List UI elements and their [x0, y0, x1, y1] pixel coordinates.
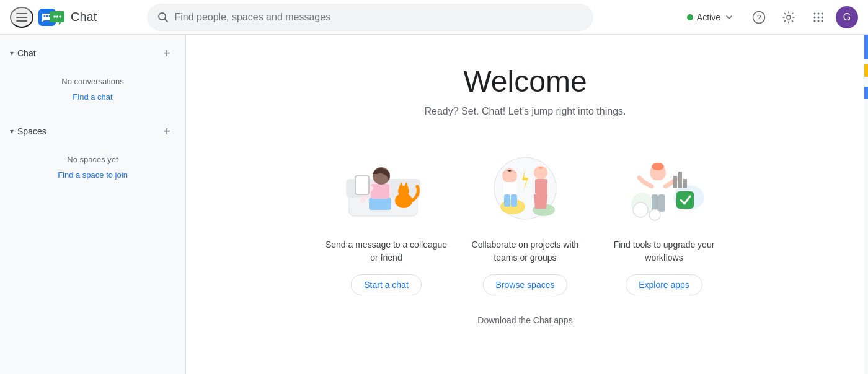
svg-rect-40	[504, 194, 510, 207]
search-bar[interactable]	[147, 4, 593, 31]
sidebar: ▾ Chat + No conversations Find a chat ▾ …	[0, 35, 186, 374]
spaces-section-title-row: ▾ Spaces	[10, 126, 46, 136]
svg-line-11	[165, 19, 168, 22]
svg-rect-54	[683, 179, 687, 188]
main-content: Welcome Ready? Set. Chat! Let's jump rig…	[186, 35, 864, 374]
apps-button[interactable]	[806, 5, 831, 30]
svg-rect-43	[535, 179, 547, 194]
browse-spaces-card: Collaborate on projects with teams or gr…	[463, 142, 587, 295]
svg-point-15	[813, 12, 815, 14]
cards-row: Send a message to a colleague or friend …	[261, 142, 789, 295]
svg-rect-41	[511, 194, 517, 207]
svg-point-56	[633, 202, 648, 217]
svg-point-9	[59, 15, 61, 18]
topbar-right: Active ?	[680, 5, 858, 30]
svg-point-8	[56, 15, 59, 18]
svg-point-20	[821, 16, 823, 18]
layout: ▾ Chat + No conversations Find a chat ▾ …	[0, 35, 868, 374]
edge-bar-orange	[864, 64, 868, 77]
app-logo-icon	[48, 9, 66, 26]
svg-rect-0	[16, 13, 27, 14]
spaces-chevron-icon: ▾	[10, 127, 14, 136]
help-button[interactable]: ?	[746, 5, 771, 30]
spaces-section-header[interactable]: ▾ Spaces +	[0, 118, 185, 145]
svg-point-57	[649, 209, 660, 220]
svg-rect-55	[676, 191, 694, 209]
welcome-subtitle: Ready? Set. Chat! Let's jump right into …	[424, 106, 626, 117]
browse-spaces-button[interactable]: Browse spaces	[483, 274, 568, 295]
svg-point-21	[813, 20, 815, 22]
explore-apps-card: Find tools to upgrade your workflows Exp…	[602, 142, 726, 295]
start-chat-text: Send a message to a colleague or friend	[324, 238, 448, 264]
status-dot	[687, 14, 693, 20]
help-icon: ?	[752, 11, 766, 24]
download-text: Download the Chat apps	[477, 315, 572, 325]
explore-apps-text: Find tools to upgrade your workflows	[602, 238, 726, 264]
right-edge	[864, 35, 868, 374]
svg-point-23	[821, 20, 823, 22]
explore-apps-button[interactable]: Explore apps	[626, 274, 702, 295]
svg-rect-1	[16, 17, 27, 18]
spaces-section-label: Spaces	[17, 126, 46, 136]
svg-rect-50	[658, 194, 665, 212]
svg-point-14	[787, 15, 790, 19]
chevron-down-icon	[724, 12, 734, 22]
find-chat-link[interactable]: Find a chat	[0, 91, 185, 103]
spaces-empty-text: No spaces yet	[0, 145, 185, 169]
svg-rect-53	[678, 172, 682, 188]
svg-rect-30	[355, 176, 369, 194]
app-title: Chat	[71, 10, 97, 24]
start-chat-illustration	[337, 142, 436, 228]
download-section: Download the Chat apps	[477, 315, 572, 325]
browse-spaces-text: Collaborate on projects with teams or gr…	[463, 238, 587, 264]
svg-rect-2	[16, 20, 27, 22]
start-chat-button[interactable]: Start a chat	[351, 274, 422, 295]
edge-bar-blue	[864, 35, 868, 59]
chat-section: ▾ Chat + No conversations Find a chat	[0, 35, 185, 108]
browse-spaces-illustration	[476, 142, 575, 228]
svg-point-22	[817, 20, 819, 22]
search-input[interactable]	[174, 12, 583, 23]
chat-chevron-icon: ▾	[10, 49, 14, 58]
svg-point-4	[44, 15, 46, 17]
status-button[interactable]: Active	[680, 9, 742, 26]
svg-point-17	[821, 12, 823, 14]
search-icon	[157, 11, 169, 24]
svg-rect-28	[371, 184, 389, 199]
add-chat-button[interactable]: +	[158, 45, 175, 62]
svg-point-16	[817, 12, 819, 14]
chat-empty-text: No conversations	[0, 67, 185, 91]
svg-point-18	[813, 16, 815, 18]
svg-text:?: ?	[757, 13, 761, 22]
grid-icon	[812, 11, 825, 24]
start-chat-card: Send a message to a colleague or friend …	[324, 142, 448, 295]
spaces-section: ▾ Spaces + No spaces yet Find a space to…	[0, 113, 185, 186]
edge-bar-blue2	[864, 87, 868, 99]
topbar: Chat Active ?	[0, 0, 868, 35]
add-space-button[interactable]: +	[158, 123, 175, 140]
svg-rect-27	[369, 198, 391, 210]
svg-rect-52	[673, 176, 677, 188]
chat-section-title-row: ▾ Chat	[10, 48, 36, 58]
welcome-title: Welcome	[463, 64, 587, 98]
welcome-section: Welcome Ready? Set. Chat! Let's jump rig…	[246, 35, 804, 340]
settings-button[interactable]	[776, 5, 801, 30]
find-space-link[interactable]: Find a space to join	[0, 169, 185, 181]
chat-section-label: Chat	[17, 48, 36, 58]
svg-point-51	[652, 163, 664, 170]
explore-apps-illustration	[614, 142, 714, 228]
menu-icon[interactable]	[10, 7, 33, 28]
svg-point-7	[53, 15, 56, 18]
svg-point-19	[817, 16, 819, 18]
settings-icon	[782, 11, 795, 24]
status-label: Active	[697, 12, 720, 22]
chat-section-header[interactable]: ▾ Chat +	[0, 40, 185, 67]
avatar[interactable]: G	[836, 6, 858, 28]
